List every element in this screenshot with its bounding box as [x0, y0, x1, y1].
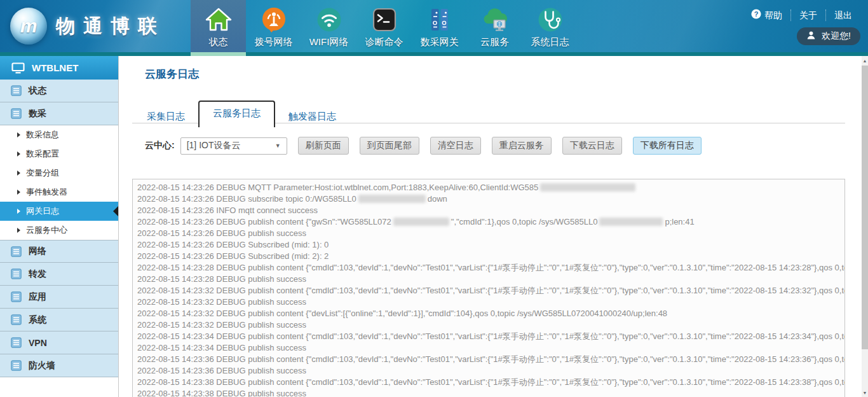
clear-log-button[interactable]: 清空日志 [430, 137, 481, 155]
log-text: 2022-08-15 14:23:26 DEBUG Subscribed (mi… [137, 240, 329, 249]
sidebar-item-label: 事件触发器 [26, 186, 67, 198]
monitor-icon [11, 62, 25, 74]
sidebar-item-daq-config[interactable]: 数采配置 [0, 144, 118, 164]
sidebar-item-app[interactable]: 应用 [0, 286, 118, 309]
nav-item-label: 诊断命令 [356, 36, 412, 48]
sidebar-item-label: 数采配置 [26, 148, 59, 160]
scroll-up-icon[interactable]: ▲ [862, 56, 868, 65]
main-nav: 状态拨号网络WIFI网络诊断命令数采网关云服务系统日志 [191, 0, 578, 52]
nav-item-status[interactable]: 状态 [191, 0, 246, 52]
list-icon [11, 268, 22, 279]
sidebar-item-label: 系统 [29, 314, 46, 326]
nav-item-label: 云服务 [467, 36, 522, 48]
log-line: 2022-08-15 14:23:32 DEBUG publish conten… [137, 308, 844, 319]
tab-cloud-log[interactable]: 云服务日志 [198, 101, 275, 127]
terminal-icon [370, 6, 398, 34]
sidebar-item-vpn[interactable]: VPN [0, 331, 118, 354]
tab-collect-log[interactable]: 采集日志 [133, 106, 198, 127]
log-line: 2022-08-15 14:23:34 DEBUG publish conten… [137, 331, 844, 342]
download-all-button[interactable]: 下载所有日志 [633, 137, 702, 155]
log-line: 2022-08-15 14:23:38 DEBUG publish conten… [137, 377, 844, 388]
sidebar-item-system[interactable]: 系统 [0, 309, 118, 331]
sidebar-item-label: 状态 [29, 85, 46, 97]
sidebar-item-cloud-center[interactable]: 云服务中心 [0, 221, 118, 240]
log-line: 2022-08-15 14:23:26 DEBUG publish succes… [137, 228, 844, 239]
sidebar-item-label: 云服务中心 [26, 225, 67, 236]
page-title: 云服务日志 [145, 67, 199, 81]
nav-item-syslog[interactable]: 系统日志 [522, 0, 578, 52]
redacted-block [599, 218, 663, 226]
sidebar-item-forward[interactable]: 转发 [0, 263, 118, 286]
sidebar-item-event-trigger[interactable]: 事件触发器 [0, 183, 118, 202]
to-page-end-button[interactable]: 到页面尾部 [360, 137, 419, 155]
log-text: 2022-08-15 14:23:32 DEBUG publish conten… [137, 309, 667, 318]
controls-bar: 云中心: [1] IOT设备云 ▼ 刷新页面到页面尾部清空日志重启云服务下载云日… [145, 137, 702, 155]
wifi-icon [315, 6, 343, 34]
restart-cloud-button[interactable]: 重启云服务 [492, 137, 552, 155]
sidebar-item-label: 应用 [29, 291, 46, 303]
log-line: 2022-08-15 14:23:26 DEBUG subscribe topi… [137, 193, 844, 205]
page-scrollbar[interactable]: ▲ ▼ [862, 56, 868, 397]
triangle-icon [17, 190, 20, 195]
control-buttons: 刷新页面到页面尾部清空日志重启云服务下载云日志下载所有日志 [287, 137, 702, 155]
main-content: 云服务日志 采集日志云服务日志触发器日志 云中心: [1] IOT设备云 ▼ 刷… [119, 56, 862, 397]
log-output[interactable]: 2022-08-15 14:23:26 DEBUG MQTT Parameter… [132, 179, 845, 397]
redacted-block [540, 183, 635, 192]
sidebar-title: WTBLNET [32, 62, 78, 73]
log-line: 2022-08-15 14:23:28 DEBUG publish conten… [137, 262, 844, 274]
sidebar-item-gateway-log[interactable]: 网关日志 [0, 202, 118, 221]
log-line: 2022-08-15 14:23:26 DEBUG publish conten… [137, 216, 844, 228]
refresh-page-button[interactable]: 刷新页面 [298, 137, 349, 155]
scroll-down-icon[interactable]: ▼ [862, 388, 868, 397]
list-icon [11, 85, 22, 96]
home-icon [205, 6, 233, 34]
cloud-center-select[interactable]: [1] IOT设备云 ▼ [180, 137, 287, 155]
chevron-down-icon: ▼ [275, 143, 281, 149]
log-text: 2022-08-15 14:23:38 DEBUG publish conten… [137, 377, 845, 387]
log-text: 2022-08-15 14:23:26 DEBUG subscribe topi… [137, 194, 356, 204]
sidebar-item-network[interactable]: 网络 [0, 240, 118, 263]
redacted-block [393, 218, 449, 226]
nav-item-dialup[interactable]: 拨号网络 [246, 0, 301, 52]
log-line: 2022-08-15 14:23:32 DEBUG publish succes… [137, 319, 844, 331]
brand-title: 物通博联 [56, 13, 165, 39]
log-line: 2022-08-15 14:23:32 DEBUG publish conten… [137, 285, 844, 296]
sidebar-item-label: 网络 [29, 246, 46, 257]
log-line: 2022-08-15 14:23:28 DEBUG publish succes… [137, 274, 844, 285]
log-line: 2022-08-15 14:23:36 DEBUG publish succes… [137, 365, 844, 377]
log-text: 2022-08-15 14:23:36 DEBUG publish conten… [137, 354, 845, 364]
sidebar-item-firewall[interactable]: 防火墙 [0, 354, 118, 377]
nav-item-wifi[interactable]: WIFI网络 [301, 0, 356, 52]
link-about[interactable]: 关于 [790, 10, 825, 21]
sidebar-item-daq-info[interactable]: 数采信息 [0, 125, 118, 144]
log-text: 2022-08-15 14:23:34 DEBUG publish conten… [137, 331, 845, 341]
tabs: 采集日志云服务日志触发器日志 [133, 101, 349, 127]
nav-item-cloud[interactable]: 云服务 [467, 0, 522, 52]
sidebar-item-label: VPN [29, 338, 47, 348]
sidebar-item-label: 转发 [29, 268, 46, 280]
welcome-badge[interactable]: 欢迎您! [797, 27, 860, 45]
scrollbar-thumb[interactable] [862, 66, 868, 349]
log-text: 2022-08-15 14:23:28 DEBUG publish conten… [137, 263, 845, 272]
sidebar-item-status[interactable]: 状态 [0, 80, 118, 102]
link-logout[interactable]: 退出 [825, 10, 860, 21]
cloud-center-label: 云中心: [145, 140, 175, 151]
nav-item-label: 系统日志 [522, 36, 578, 48]
log-line: 2022-08-15 14:23:36 DEBUG publish conten… [137, 354, 844, 365]
download-cloud-button[interactable]: 下载云日志 [562, 137, 622, 155]
sidebar-item-daq[interactable]: 数采 [0, 102, 118, 125]
log-text: 2022-08-15 14:23:26 DEBUG publish conten… [137, 217, 391, 226]
redacted-block [358, 195, 426, 203]
sidebar-header[interactable]: WTBLNET [0, 56, 118, 80]
link-help[interactable]: ?帮助 [743, 9, 790, 22]
help-icon: ? [751, 9, 761, 22]
log-text: down [428, 194, 447, 204]
sidebar-item-var-group[interactable]: 变量分组 [0, 164, 118, 183]
app-header: m 物通博联 状态拨号网络WIFI网络诊断命令数采网关云服务系统日志 ?帮助关于… [0, 0, 868, 56]
tab-trigger-log[interactable]: 触发器日志 [275, 106, 349, 127]
triangle-icon [17, 132, 20, 137]
nav-item-gateway[interactable]: 数采网关 [412, 0, 467, 52]
dialup-icon [260, 6, 288, 34]
nav-item-diagnose[interactable]: 诊断命令 [356, 0, 412, 52]
gateway-icon [426, 6, 454, 34]
